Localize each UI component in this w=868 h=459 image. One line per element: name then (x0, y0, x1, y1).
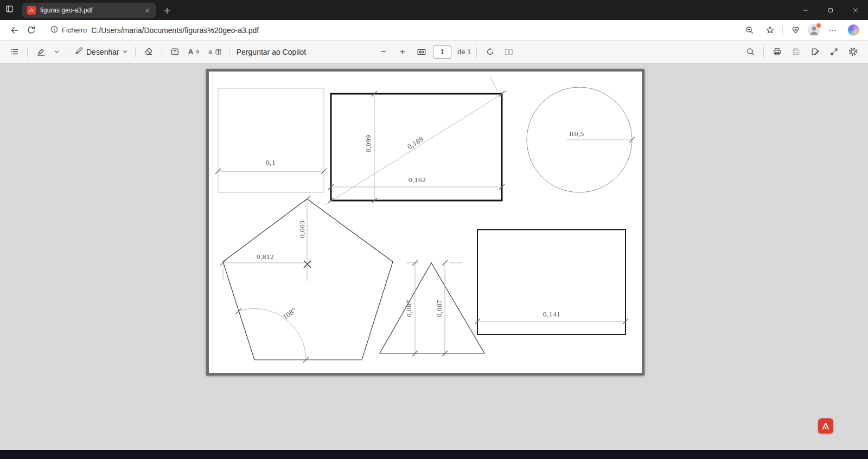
url-text: C:/Users/maria/Documents/figuras%20geo-a… (91, 26, 259, 35)
close-button[interactable] (843, 0, 868, 20)
tab-title: figuras geo-a3.pdf (40, 7, 142, 14)
address-field[interactable]: Ficheiro C:/Users/maria/Documents/figura… (48, 22, 741, 38)
print-button[interactable] (769, 44, 784, 60)
erase-button[interactable] (141, 44, 156, 60)
site-info-chip[interactable]: Ficheiro (48, 25, 91, 36)
maximize-button[interactable] (818, 0, 843, 20)
translate-button[interactable]: a (207, 44, 224, 60)
browser-essentials-button[interactable] (787, 22, 803, 38)
dimensioned-rectangle-bold: 0,099 0,189 0,162 (324, 76, 508, 205)
tab-actions-button[interactable] (0, 0, 18, 20)
favorite-star-button[interactable] (762, 22, 778, 38)
window-controls (793, 0, 868, 20)
dimension-label: R0,5 (569, 130, 584, 138)
search-document-button[interactable] (743, 44, 758, 60)
pen-icon (74, 46, 84, 57)
dimension-label: 0,1 (266, 158, 276, 166)
draw-label: Desenhar (86, 48, 119, 56)
tab-close-button[interactable] (142, 5, 152, 15)
draw-button[interactable]: Desenhar (73, 44, 130, 60)
separator (763, 47, 764, 57)
separator (135, 47, 136, 57)
technical-drawing: 0,1 0,099 0,189 0,162 (209, 72, 642, 373)
browser-window: figuras geo-a3.pdf (0, 0, 868, 459)
dimensioned-triangle: 0,087 0,087 (380, 260, 484, 357)
pdf-viewer[interactable]: 0,1 0,099 0,189 0,162 (0, 63, 868, 450)
ask-copilot-button[interactable]: Perguntar ao Copilot (235, 44, 308, 60)
page-total-label: de 1 (457, 48, 471, 56)
dimensioned-rectangle: 0,141 (475, 230, 628, 334)
titlebar: figuras geo-a3.pdf (0, 0, 868, 20)
copilot-icon (848, 24, 859, 36)
dimension-label: 0,812 (257, 253, 274, 261)
separator (27, 47, 28, 57)
dimension-label: 0,603 (298, 221, 306, 238)
dimension-label: 0,189 (406, 135, 425, 151)
highlight-button[interactable] (33, 44, 48, 60)
profile-avatar[interactable] (808, 24, 820, 36)
ask-copilot-label: Perguntar ao Copilot (237, 48, 306, 56)
navbar-right-icons (741, 22, 861, 38)
back-button[interactable] (7, 22, 23, 38)
fit-to-width-button[interactable] (414, 44, 429, 60)
page-view-button[interactable] (501, 44, 516, 60)
pdf-file-icon (27, 6, 36, 15)
tab-actions-icon (5, 4, 14, 16)
separator (67, 47, 67, 57)
open-in-acrobat-button[interactable] (818, 418, 833, 434)
dimensioned-square: 0,1 (215, 88, 327, 192)
dimension-label: 0,099 (364, 135, 372, 152)
security-label: Ficheiro (62, 26, 87, 34)
read-aloud-button[interactable]: A (187, 44, 203, 60)
chevron-down-icon (122, 47, 128, 57)
zoom-out-page-icon[interactable] (741, 22, 757, 38)
save-button[interactable] (788, 44, 803, 60)
dimension-label: 0,087 (405, 300, 413, 317)
highlight-dropdown[interactable] (52, 44, 61, 60)
info-icon (50, 25, 59, 36)
dimensioned-pentagon: 0,603 0,812 108° (220, 196, 393, 363)
more-options-button[interactable] (825, 22, 841, 38)
settings-gear-icon[interactable] (845, 44, 860, 60)
dimension-label: 0,141 (543, 310, 560, 318)
dimension-label: 108° (281, 306, 298, 321)
pdf-toolbar: Desenhar A a Pergunt (0, 41, 868, 63)
copilot-button[interactable] (845, 22, 861, 38)
separator (476, 47, 477, 57)
translate-icon: a (208, 48, 212, 56)
dimensioned-circle: R0,5 (527, 87, 635, 192)
save-as-button[interactable] (807, 44, 822, 60)
separator (162, 47, 162, 57)
dimension-label: 0,087 (435, 300, 443, 317)
pdf-page: 0,1 0,099 0,189 0,162 (206, 69, 644, 376)
read-aloud-icon: A (188, 48, 193, 56)
browser-tab[interactable]: figuras geo-a3.pdf (22, 3, 156, 18)
refresh-button[interactable] (23, 22, 39, 38)
dimension-label: 0,162 (409, 176, 426, 184)
page-number-input[interactable] (433, 46, 451, 59)
separator (229, 47, 229, 57)
fullscreen-button[interactable] (826, 44, 841, 60)
zoom-in-button[interactable]: + (395, 44, 410, 60)
table-of-contents-button[interactable] (7, 44, 22, 60)
address-bar-row: Ficheiro C:/Users/maria/Documents/figura… (0, 20, 868, 41)
separator (782, 25, 783, 35)
taskbar-strip (0, 450, 868, 459)
minimize-button[interactable] (793, 0, 818, 20)
rotate-button[interactable] (482, 44, 497, 60)
zoom-out-button[interactable]: − (376, 44, 391, 60)
add-text-button[interactable] (168, 44, 183, 60)
new-tab-button[interactable] (161, 4, 174, 17)
